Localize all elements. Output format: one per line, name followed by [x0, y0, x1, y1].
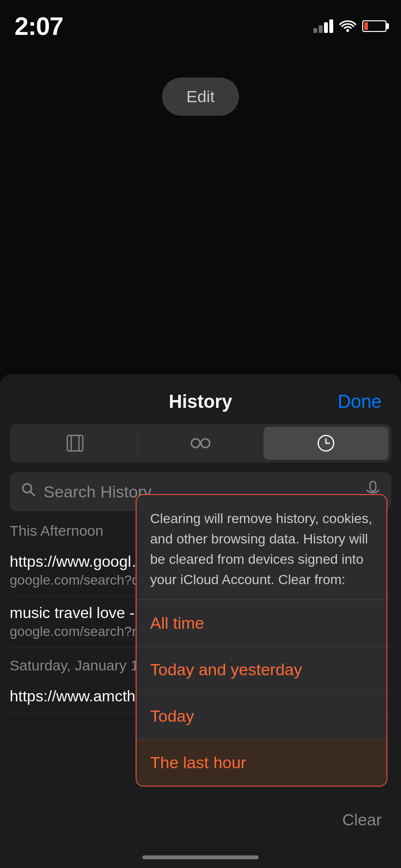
clear-button[interactable]: Clear: [342, 810, 382, 829]
signal-icon: [313, 19, 333, 33]
tab-history[interactable]: [263, 427, 388, 460]
battery-icon: [362, 20, 386, 32]
status-icons: [313, 16, 386, 36]
svg-point-4: [23, 484, 31, 493]
clear-option-last-hour[interactable]: The last hour: [137, 740, 386, 786]
svg-point-1: [191, 439, 200, 448]
tab-bar: [10, 424, 391, 463]
svg-rect-0: [67, 435, 83, 451]
bottom-sheet: History Done: [0, 374, 401, 868]
done-button[interactable]: Done: [338, 391, 382, 412]
wifi-icon: [339, 16, 356, 36]
clear-option-all-time[interactable]: All time: [137, 600, 386, 647]
history-title: History: [169, 391, 232, 412]
search-icon: [21, 482, 36, 501]
tab-reading[interactable]: [138, 427, 263, 460]
status-bar: 2:07: [0, 0, 401, 43]
history-header: History Done: [0, 374, 401, 424]
status-time: 2:07: [15, 12, 63, 41]
svg-point-2: [201, 439, 210, 448]
clear-option-today-yesterday[interactable]: Today and yesterday: [137, 647, 386, 693]
clear-option-today[interactable]: Today: [137, 693, 386, 740]
clear-dropdown: Clearing will remove history, cookies, a…: [136, 494, 387, 787]
home-indicator: [142, 855, 259, 859]
tab-bookmarks[interactable]: [13, 427, 138, 460]
edit-button[interactable]: Edit: [162, 78, 239, 116]
dropdown-info-text: Clearing will remove history, cookies, a…: [137, 495, 386, 600]
svg-rect-5: [370, 481, 376, 491]
